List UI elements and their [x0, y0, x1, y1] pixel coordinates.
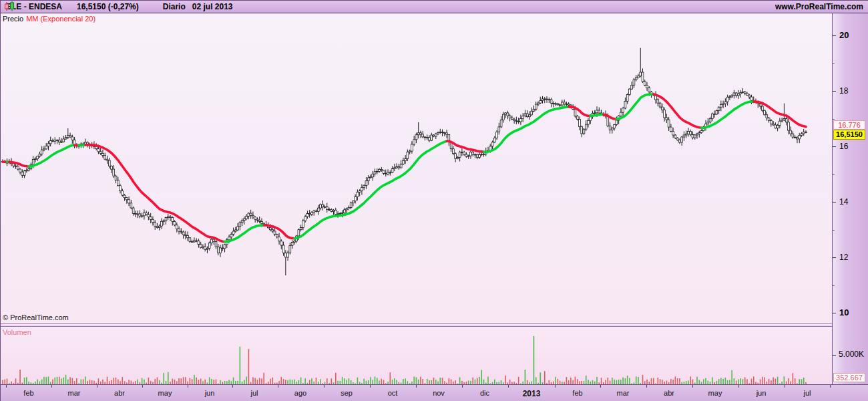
time-axis-label: oct — [378, 389, 407, 397]
time-axis-tick — [6, 385, 7, 388]
candlestick-icon — [3, 1, 17, 11]
price-axis-tick — [833, 91, 836, 92]
price-axis-minor-tick — [833, 174, 835, 175]
time-axis-label: nov — [424, 389, 453, 397]
legend: PrecioMM (Exponencial 20) — [3, 15, 95, 23]
chart-window: ELE - ENDESA 16,5150 (-0,27%) Diario 02 … — [0, 0, 868, 401]
time-axis-label: 2013 — [517, 389, 546, 398]
time-axis-tick — [232, 385, 233, 388]
time-axis-tick — [142, 385, 143, 388]
time-axis-tick — [278, 385, 278, 388]
time-axis-label: abr — [654, 389, 684, 397]
price-axis-tick — [833, 313, 836, 313]
time-axis-label: mar — [608, 389, 638, 397]
last-volume-tag: 352.667 — [833, 373, 865, 382]
price-axis-tick — [833, 202, 836, 203]
legend-price-label: Precio — [3, 15, 23, 23]
price-axis-label: 10 — [839, 308, 849, 317]
time-axis-tick — [324, 385, 324, 388]
price-series-canvas[interactable] — [1, 13, 832, 323]
time-axis-label: may — [700, 389, 730, 397]
header-price: 16,5150 (-0,27%) — [77, 2, 139, 11]
time-axis-tick — [51, 385, 52, 388]
legend-ma-label: MM (Exponencial 20) — [26, 15, 95, 23]
time-axis-tick — [785, 385, 785, 388]
time-axis-tick — [646, 385, 647, 388]
date-label: 02 jul 2013 — [192, 2, 233, 11]
time-axis[interactable]: febmarabrmayjunjulagosepoctnovdic2013feb… — [1, 384, 868, 401]
time-axis-label: sep — [332, 389, 361, 397]
volume-axis-tick — [833, 355, 836, 356]
time-axis-label: jun — [195, 389, 224, 397]
copyright-label: © ProRealTime.com — [3, 313, 69, 321]
price-axis[interactable]: 16.776 16,5150 5.000K 352.667 2018161412… — [832, 13, 868, 384]
timeframe-label: Diario — [163, 2, 186, 11]
time-axis-tick — [416, 385, 417, 388]
time-axis-label: feb — [563, 389, 592, 397]
volume-series-canvas[interactable] — [1, 327, 832, 384]
time-axis-label: ago — [286, 389, 315, 397]
price-axis-label: 16 — [839, 142, 848, 151]
time-axis-label: dic — [470, 389, 499, 397]
price-pane[interactable]: PrecioMM (Exponencial 20) © ProRealTime.… — [1, 13, 832, 324]
header-change-value: (-0,27%) — [108, 2, 139, 11]
volume-title: Volumen — [3, 328, 31, 336]
header-price-value: 16,5150 — [77, 2, 105, 11]
time-axis-tick — [738, 385, 739, 388]
time-axis-tick — [830, 385, 831, 388]
price-axis-minor-tick — [833, 119, 835, 120]
time-axis-tick — [97, 385, 97, 388]
price-axis-label: 12 — [839, 253, 848, 262]
time-axis-label: jun — [746, 389, 776, 397]
time-axis-label: abr — [105, 389, 134, 397]
time-axis-label: feb — [14, 389, 43, 397]
header-bar: ELE - ENDESA 16,5150 (-0,27%) Diario 02 … — [1, 0, 868, 13]
time-axis-label: mar — [59, 389, 89, 397]
time-axis-label: jul — [240, 389, 269, 397]
time-axis-tick — [692, 385, 693, 388]
time-axis-tick — [370, 385, 371, 388]
volume-pane[interactable]: Volumen — [1, 326, 832, 384]
time-axis-label: jul — [793, 389, 822, 397]
price-axis-tick — [833, 257, 836, 258]
ma-value-tag: 16.776 — [833, 120, 865, 130]
time-axis-label: may — [150, 389, 180, 397]
price-axis-minor-tick — [833, 230, 835, 231]
price-axis-label: 18 — [839, 86, 848, 96]
price-axis-minor-tick — [833, 285, 835, 286]
last-price-tag: 16,5150 — [833, 130, 865, 140]
price-axis-label: 14 — [839, 197, 848, 207]
price-axis-tick — [833, 146, 836, 147]
time-axis-tick — [462, 385, 463, 388]
time-axis-tick — [188, 385, 188, 388]
price-axis-minor-tick — [833, 63, 835, 64]
time-axis-tick — [600, 385, 601, 388]
time-axis-tick — [508, 385, 509, 388]
time-axis-tick — [555, 385, 556, 388]
site-label: www.ProRealTime.com — [775, 2, 863, 11]
price-axis-label: 20 — [839, 31, 849, 40]
price-axis-tick — [833, 35, 836, 36]
volume-scale-label: 5.000K — [839, 350, 864, 359]
